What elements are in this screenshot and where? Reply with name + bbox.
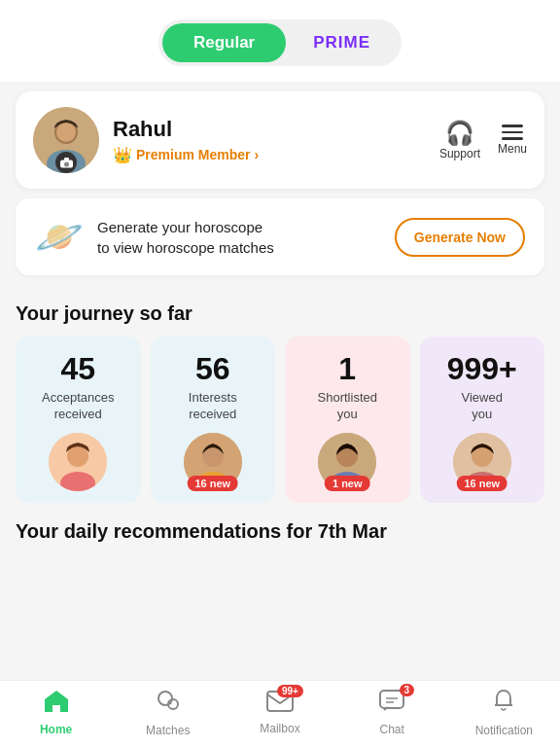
chat-label: Chat <box>379 723 403 736</box>
nav-notification[interactable]: Notification <box>474 689 533 737</box>
chevron-right-icon: › <box>254 147 259 162</box>
shortlisted-new-badge: 1 new <box>325 476 370 491</box>
home-icon <box>44 690 69 719</box>
stats-row: 45 Acceptancesreceived 56 Interestsrecei… <box>0 337 560 503</box>
viewed-number: 999+ <box>447 352 517 386</box>
acceptances-number: 45 <box>60 352 95 386</box>
regular-plan-button[interactable]: Regular <box>162 23 286 62</box>
horoscope-text: Generate your horoscope to view horoscop… <box>97 217 274 258</box>
nav-matches[interactable]: Matches <box>139 689 197 737</box>
menu-label: Menu <box>498 142 527 156</box>
acceptances-avatar <box>49 433 107 491</box>
notification-label: Notification <box>475 724 533 737</box>
viewed-new-badge: 16 new <box>456 476 508 491</box>
plan-toggle-section: Regular PRIME <box>0 0 560 82</box>
svg-point-3 <box>56 123 76 142</box>
premium-label: Premium Member <box>136 147 250 162</box>
premium-badge[interactable]: 👑 Premium Member › <box>113 146 259 164</box>
prime-plan-button[interactable]: PRIME <box>286 23 398 62</box>
acceptances-label: Acceptancesreceived <box>42 390 114 423</box>
shortlisted-avatar-wrap: 1 new <box>318 423 376 491</box>
chat-badge: 3 <box>400 684 415 696</box>
interests-avatar-wrap: 16 new <box>184 423 242 491</box>
horoscope-icon: 🪐 <box>35 214 84 260</box>
profile-actions: 🎧 Support Menu <box>439 120 527 160</box>
support-label: Support <box>439 147 480 160</box>
interests-number: 56 <box>195 352 230 386</box>
mailbox-icon: 99+ <box>266 691 294 718</box>
notification-icon <box>492 689 515 720</box>
profile-info: Rahul 👑 Premium Member › <box>99 117 439 164</box>
nav-mailbox[interactable]: 99+ Mailbox <box>251 691 309 735</box>
shortlisted-number: 1 <box>338 352 356 386</box>
hamburger-icon <box>502 124 523 140</box>
svg-rect-6 <box>64 158 69 160</box>
horoscope-info: 🪐 Generate your horoscope to view horosc… <box>35 214 274 260</box>
matches-label: Matches <box>146 724 190 737</box>
journey-title: Your journey so far <box>0 285 560 337</box>
menu-button[interactable]: Menu <box>498 124 527 156</box>
crown-icon: 👑 <box>113 146 132 164</box>
support-button[interactable]: 🎧 Support <box>439 120 480 160</box>
matches-icon <box>156 689 181 720</box>
shortlisted-label: Shortlistedyou <box>318 390 377 423</box>
camera-icon[interactable] <box>55 152 77 173</box>
plan-toggle-inner: Regular PRIME <box>158 19 402 66</box>
viewed-label: Viewedyou <box>462 390 503 423</box>
horoscope-banner: 🪐 Generate your horoscope to view horosc… <box>16 198 544 275</box>
interests-new-badge: 16 new <box>187 476 238 491</box>
nav-chat[interactable]: 3 Chat <box>363 690 421 736</box>
mailbox-label: Mailbox <box>260 722 299 735</box>
viewed-avatar-wrap: 16 new <box>453 423 511 491</box>
avatar[interactable] <box>33 107 99 173</box>
nav-home[interactable]: Home <box>27 690 86 736</box>
profile-card: Rahul 👑 Premium Member › 🎧 Support Menu <box>16 91 544 189</box>
profile-name: Rahul <box>113 117 439 142</box>
stat-card-shortlisted[interactable]: 1 Shortlistedyou 1 new <box>285 337 410 503</box>
svg-point-5 <box>64 161 69 166</box>
generate-horoscope-button[interactable]: Generate Now <box>395 218 525 257</box>
chat-icon: 3 <box>379 690 404 719</box>
home-label: Home <box>40 723 72 736</box>
stat-card-acceptances[interactable]: 45 Acceptancesreceived <box>16 337 141 503</box>
mailbox-badge: 99+ <box>277 685 303 697</box>
stat-card-interests[interactable]: 56 Interestsreceived 16 new <box>151 337 276 503</box>
stat-card-viewed[interactable]: 999+ Viewedyou 16 new <box>420 337 545 503</box>
recommendations-title: Your daily recommendations for 7th Mar <box>0 503 560 551</box>
interests-label: Interestsreceived <box>189 390 237 423</box>
bottom-nav: Home Matches 99+ Mailbox <box>0 680 560 747</box>
